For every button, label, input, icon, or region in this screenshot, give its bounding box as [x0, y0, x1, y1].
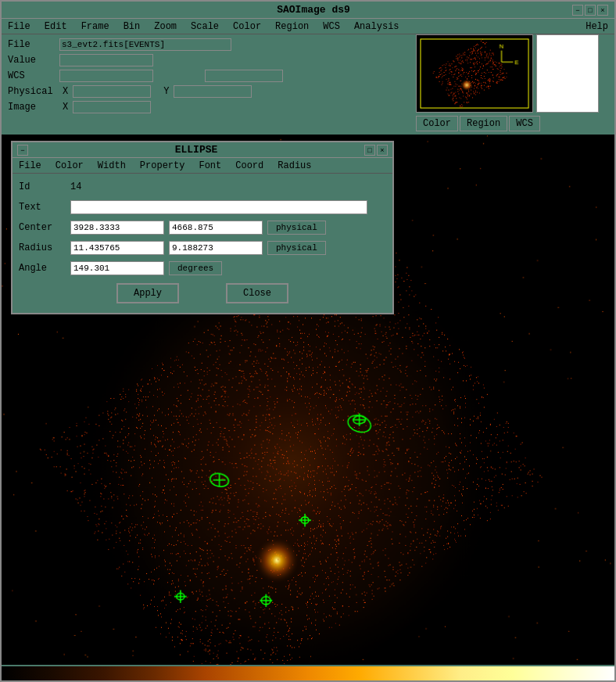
thumbnail-canvas: [417, 35, 532, 112]
panel-btn-row1: Color Region WCS: [416, 116, 611, 131]
dialog-menu-bar: File Color Width Property Font Coord Rad…: [13, 158, 392, 174]
y-label: Y: [163, 86, 169, 97]
file-input[interactable]: [59, 38, 231, 51]
radius-y-input[interactable]: [169, 241, 263, 255]
wcs-input2[interactable]: [205, 70, 283, 82]
physical-y-input[interactable]: [174, 85, 252, 98]
dialog-restore-button[interactable]: □: [364, 145, 375, 156]
physical-label: Physical: [8, 86, 55, 97]
dialog-content: Id 14 Text Center physical Radius physic…: [13, 174, 392, 313]
colorbar: [2, 666, 614, 680]
wcs-input1[interactable]: [59, 70, 153, 82]
radius-label: Radius: [19, 242, 66, 253]
id-label: Id: [19, 181, 66, 192]
text-row: Text: [19, 199, 386, 216]
id-row: Id 14: [19, 178, 386, 196]
dialog-menu-file[interactable]: File: [16, 160, 45, 171]
file-label: File: [8, 39, 55, 50]
close-button[interactable]: ×: [597, 5, 608, 16]
physical-x-input[interactable]: [73, 85, 151, 98]
right-panel: Color Region WCS bb he i8 more...: [416, 34, 611, 149]
dialog-title: ELLIPSE: [28, 144, 364, 156]
dialog-minimize-button[interactable]: −: [17, 145, 28, 156]
menu-file[interactable]: File: [5, 21, 34, 32]
text-label: Text: [19, 202, 66, 213]
wcs-button[interactable]: WCS: [509, 116, 540, 131]
menu-region[interactable]: Region: [272, 21, 312, 32]
menu-help[interactable]: Help: [582, 21, 611, 32]
main-window: SAOImage ds9 − □ × File Edit Frame Bin Z…: [0, 0, 616, 682]
center-label: Center: [19, 222, 66, 233]
text-input[interactable]: [70, 200, 367, 214]
menu-bin[interactable]: Bin: [120, 21, 144, 32]
menu-edit[interactable]: Edit: [41, 21, 70, 32]
ellipse-dialog: − ELLIPSE □ × File Color Width Property …: [11, 141, 394, 314]
angle-unit-button[interactable]: degrees: [169, 261, 222, 275]
center-y-input[interactable]: [169, 221, 263, 235]
radius-x-input[interactable]: [70, 241, 164, 255]
color-scale-area: [536, 34, 599, 113]
radius-coord-button[interactable]: physical: [267, 241, 326, 255]
dialog-menu-font[interactable]: Font: [195, 160, 224, 171]
image-x-input[interactable]: [73, 101, 151, 113]
dialog-button-row: Apply Close: [19, 283, 386, 308]
radius-row: Radius physical: [19, 239, 386, 257]
menu-bar: File Edit Frame Bin Zoom Scale Color Reg…: [2, 19, 614, 34]
close-button[interactable]: Close: [226, 283, 288, 303]
maximize-button[interactable]: □: [585, 5, 596, 16]
menu-zoom[interactable]: Zoom: [151, 21, 180, 32]
dialog-close-button[interactable]: ×: [377, 145, 388, 156]
menu-color[interactable]: Color: [230, 21, 264, 32]
wcs-label: WCS: [8, 70, 55, 81]
window-controls: − □ ×: [572, 5, 608, 16]
dialog-title-bar: − ELLIPSE □ ×: [13, 142, 392, 158]
app-title: SAOImage ds9: [55, 4, 572, 16]
thumbnail-area: [416, 34, 533, 113]
dialog-menu-width[interactable]: Width: [95, 160, 129, 171]
dialog-menu-coord[interactable]: Coord: [232, 160, 267, 171]
menu-frame[interactable]: Frame: [78, 21, 113, 32]
x-label: X: [63, 86, 68, 97]
apply-button[interactable]: Apply: [116, 283, 179, 303]
center-x-input[interactable]: [70, 221, 164, 235]
color-button[interactable]: Color: [416, 116, 458, 131]
id-value: 14: [70, 181, 81, 192]
minimize-button[interactable]: −: [572, 5, 583, 16]
angle-input[interactable]: [70, 261, 164, 275]
menu-analysis[interactable]: Analysis: [351, 21, 403, 32]
center-row: Center physical: [19, 219, 386, 236]
image-x-label: X: [63, 102, 68, 113]
angle-row: Angle degrees: [19, 260, 386, 277]
dialog-menu-property[interactable]: Property: [137, 160, 188, 171]
dialog-menu-radius[interactable]: Radius: [274, 160, 314, 171]
value-input[interactable]: [59, 54, 153, 66]
dialog-menu-color[interactable]: Color: [52, 160, 87, 171]
region-button[interactable]: Region: [460, 116, 507, 131]
title-bar: SAOImage ds9 − □ ×: [2, 2, 614, 19]
menu-scale[interactable]: Scale: [188, 21, 222, 32]
image-label: Image: [8, 102, 55, 113]
center-coord-button[interactable]: physical: [267, 221, 326, 235]
value-label: Value: [8, 55, 55, 66]
angle-label: Angle: [19, 263, 66, 274]
menu-wcs[interactable]: WCS: [320, 21, 343, 32]
